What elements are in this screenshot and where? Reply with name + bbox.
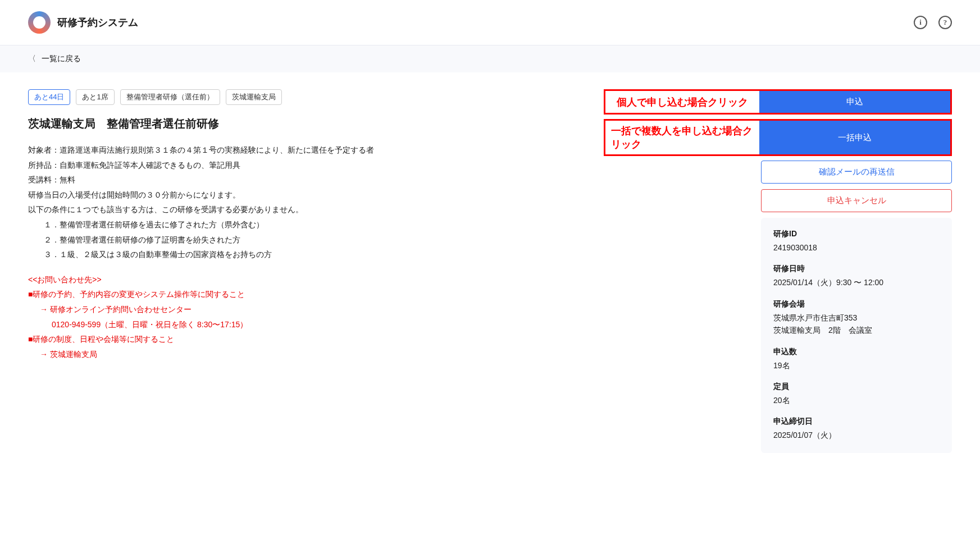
info-capacity-value: 20名 (773, 394, 940, 406)
chevron-left-icon: 〈 (28, 54, 36, 64)
action-column: 個人で申し込む場合クリック 申込 一括で複数人を申し込む場合クリック 一括申込 … (604, 89, 952, 453)
info-venue-label: 研修会場 (773, 299, 940, 309)
contact-sec1: ■研修の予約、予約内容の変更やシステム操作等に関すること (28, 287, 581, 302)
category-badge: 整備管理者研修（選任前） (120, 89, 220, 105)
info-panel: 研修ID 2419030018 研修日時 2025/01/14（火）9:30 〜… (761, 218, 952, 453)
contact-sec1-line2: 0120-949-599（土曜、日曜・祝日を除く 8:30〜17:15） (28, 317, 581, 332)
info-applied-value: 19名 (773, 359, 940, 372)
header-left: 研修予約システム (28, 11, 138, 34)
info-datetime-value: 2025/01/14（火）9:30 〜 12:00 (773, 276, 940, 289)
badge-row: あと44日 あと1席 整備管理者研修（選任前） 茨城運輸支局 (28, 89, 581, 105)
app-header: 研修予約システム i ? (0, 0, 980, 45)
info-deadline-value: 2025/01/07（火） (773, 429, 940, 441)
cancel-application-button[interactable]: 申込キャンセル (761, 189, 952, 212)
desc-entry: 研修当日の入場受付は開始時間の３０分前からになります。 (28, 187, 581, 203)
apply-row: 個人で申し込む場合クリック 申込 (604, 89, 952, 115)
info-applied-label: 申込数 (773, 347, 940, 357)
desc-cond-header: 以下の条件に１つでも該当する方は、この研修を受講する必要がありません。 (28, 202, 581, 217)
detail-column: あと44日 あと1席 整備管理者研修（選任前） 茨城運輸支局 茨城運輸支局 整備… (28, 89, 581, 453)
back-link[interactable]: 〈 一覧に戻る (0, 45, 980, 72)
info-icon[interactable]: i (914, 16, 927, 29)
info-id-label: 研修ID (773, 229, 940, 239)
app-logo-icon (28, 11, 51, 34)
info-deadline: 申込締切日 2025/01/07（火） (773, 417, 940, 441)
info-datetime-label: 研修日時 (773, 264, 940, 274)
contact-sec2-line1: → 茨城運輸支局 (28, 347, 581, 362)
contact-sec2: ■研修の制度、日程や会場等に関すること (28, 332, 581, 347)
app-title: 研修予約システム (57, 16, 138, 29)
main-content: あと44日 あと1席 整備管理者研修（選任前） 茨城運輸支局 茨城運輸支局 整備… (0, 72, 980, 470)
apply-button[interactable]: 申込 (759, 91, 950, 113)
contact-sec1-line1: → 研修オンライン予約問い合わせセンター (28, 302, 581, 317)
resend-confirmation-button[interactable]: 確認メールの再送信 (761, 161, 952, 184)
bulk-apply-button[interactable]: 一括申込 (759, 121, 950, 154)
info-venue: 研修会場 茨城県水戸市住吉町353 茨城運輸支局 2階 会議室 (773, 299, 940, 337)
days-left-badge: あと44日 (28, 89, 70, 105)
desc-belongings: 所持品：自動車運転免許証等本人確認できるもの、筆記用具 (28, 158, 581, 173)
info-venue-addr: 茨城県水戸市住吉町353 (773, 312, 940, 324)
desc-cond-3: ３．１級、２級又は３級の自動車整備士の国家資格をお持ちの方 (28, 247, 581, 262)
info-venue-name: 茨城運輸支局 2階 会議室 (773, 324, 940, 336)
branch-badge: 茨城運輸支局 (226, 89, 282, 105)
desc-target: 対象者：道路運送車両法施行規則第３１条の４第１号の実務経験により、新たに選任を予… (28, 143, 581, 158)
info-id-value: 2419030018 (773, 241, 940, 254)
info-id: 研修ID 2419030018 (773, 229, 940, 254)
info-capacity-label: 定員 (773, 382, 940, 392)
info-datetime: 研修日時 2025/01/14（火）9:30 〜 12:00 (773, 264, 940, 289)
contact-block: <<お問い合わせ先>> ■研修の予約、予約内容の変更やシステム操作等に関すること… (28, 272, 581, 362)
apply-annotation: 個人で申し込む場合クリック (605, 91, 759, 113)
seats-left-badge: あと1席 (76, 89, 114, 105)
back-label: 一覧に戻る (42, 54, 81, 64)
desc-cond-1: １．整備管理者選任前研修を過去に修了された方（県外含む） (28, 217, 581, 232)
info-applied: 申込数 19名 (773, 347, 940, 372)
bulk-apply-row: 一括で複数人を申し込む場合クリック 一括申込 (604, 119, 952, 156)
desc-fee: 受講料：無料 (28, 172, 581, 187)
contact-header: <<お問い合わせ先>> (28, 272, 581, 287)
info-capacity: 定員 20名 (773, 382, 940, 406)
description: 対象者：道路運送車両法施行規則第３１条の４第１号の実務経験により、新たに選任を予… (28, 143, 581, 262)
page-title: 茨城運輸支局 整備管理者選任前研修 (28, 116, 581, 131)
header-actions: i ? (914, 16, 952, 29)
desc-cond-2: ２．整備管理者選任前研修の修了証明書を紛失された方 (28, 232, 581, 248)
help-icon[interactable]: ? (938, 16, 952, 29)
bulk-apply-annotation: 一括で複数人を申し込む場合クリック (605, 121, 759, 154)
info-deadline-label: 申込締切日 (773, 417, 940, 427)
